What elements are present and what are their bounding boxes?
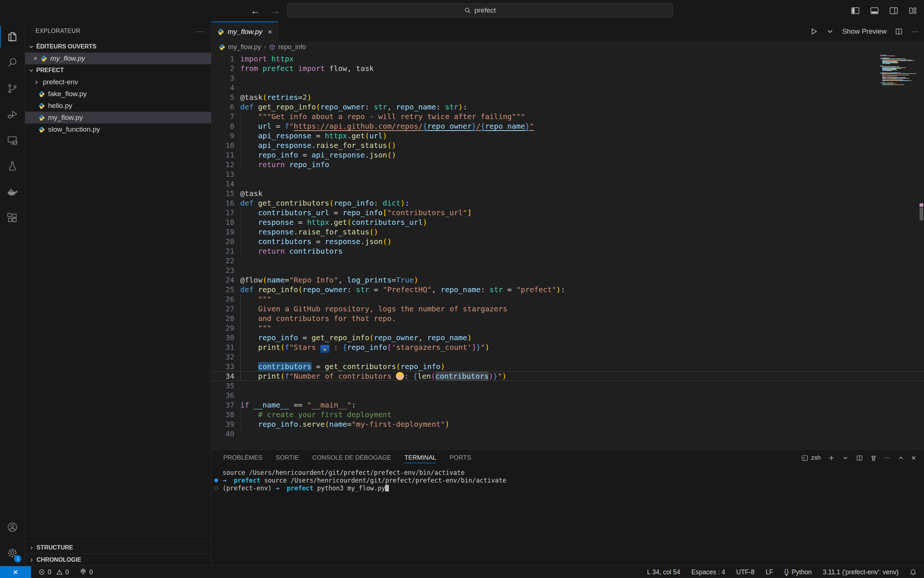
line-number[interactable]: 9 [211, 131, 234, 141]
toggle-panel-icon[interactable] [870, 6, 879, 15]
shell-selector[interactable]: zsh [801, 454, 820, 461]
status-eol[interactable]: LF [766, 568, 773, 576]
line-number[interactable]: 31 [211, 343, 234, 352]
line-number[interactable]: 40 [211, 429, 234, 438]
code-line-19[interactable]: 19 response.raise_for_status() [211, 227, 924, 237]
run-python-file-icon[interactable] [810, 28, 818, 36]
line-number[interactable]: 17 [211, 208, 234, 218]
close-icon[interactable]: × [268, 28, 272, 36]
toggle-secondary-sidebar-icon[interactable] [889, 6, 898, 15]
code-line-39[interactable]: 39 repo_info.serve(name="my-first-deploy… [211, 419, 924, 429]
line-number[interactable]: 4 [211, 83, 234, 93]
activitybar-remote-explorer[interactable] [0, 127, 25, 153]
activitybar-run-debug[interactable] [0, 101, 25, 127]
line-number[interactable]: 30 [211, 333, 234, 343]
line-number[interactable]: 12 [211, 160, 234, 169]
minimap[interactable] [880, 55, 918, 86]
code-line-26[interactable]: 26 """ [211, 294, 924, 304]
line-number[interactable]: 21 [211, 246, 234, 256]
line-number[interactable]: 20 [211, 237, 234, 246]
timeline-section[interactable]: CHRONOLOGIE [25, 554, 211, 566]
project-section[interactable]: PREFECT [25, 64, 211, 76]
panel-tab-ports[interactable]: PORTS [450, 450, 471, 466]
close-panel-icon[interactable]: × [911, 453, 916, 462]
line-number[interactable]: 7 [211, 112, 234, 121]
line-number[interactable]: 10 [211, 141, 234, 150]
code-line-4[interactable]: 4 [211, 83, 924, 93]
line-number[interactable]: 18 [211, 218, 234, 227]
line-number[interactable]: 1 [211, 54, 234, 63]
breadcrumb-file[interactable]: my_flow.py [228, 43, 261, 51]
code-line-25[interactable]: 25def repo_info(repo_owner: str = "Prefe… [211, 285, 924, 294]
problems-status[interactable]: 0 0 [39, 568, 69, 576]
panel-more-actions-icon[interactable]: ··· [884, 454, 890, 461]
code-line-40[interactable]: 40 [211, 429, 924, 438]
forward-arrow-icon[interactable]: → [270, 5, 280, 17]
line-number[interactable]: 24 [211, 275, 234, 285]
code-line-3[interactable]: 3 [211, 73, 924, 83]
line-number[interactable]: 26 [211, 294, 234, 304]
code-line-31[interactable]: 31 print(f"Stars ★ : {repo_info['stargaz… [211, 343, 924, 352]
line-number[interactable]: 27 [211, 304, 234, 313]
code-line-15[interactable]: 15@task [211, 188, 924, 198]
remote-indicator[interactable] [0, 566, 31, 578]
code-line-10[interactable]: 10 api_response.raise_for_status() [211, 141, 924, 150]
split-editor-icon[interactable] [895, 28, 903, 36]
file-my_flow.py[interactable]: my_flow.py [25, 112, 211, 123]
line-number[interactable]: 33 [211, 362, 234, 371]
file-fake_flow.py[interactable]: fake_flow.py [25, 88, 211, 100]
line-number[interactable]: 34 [211, 371, 234, 381]
code-line-8[interactable]: 8 url = f"https://api.github.com/repos/{… [211, 121, 924, 131]
kill-terminal-icon[interactable] [870, 455, 877, 461]
code-line-27[interactable]: 27 Given a GitHub repository, logs the n… [211, 304, 924, 313]
panel-tab-console-de-débogage[interactable]: CONSOLE DE DÉBOGAGE [312, 450, 392, 466]
launch-profile-chevron-icon[interactable] [842, 455, 849, 461]
more-actions-icon[interactable]: ··· [911, 28, 918, 36]
line-number[interactable]: 28 [211, 313, 234, 323]
code-line-13[interactable]: 13 [211, 169, 924, 179]
code-line-12[interactable]: 12 return repo_info [211, 160, 924, 169]
code-line-28[interactable]: 28 and contributors for that repo. [211, 313, 924, 323]
close-icon[interactable]: × [33, 54, 37, 62]
line-number[interactable]: 39 [211, 419, 234, 429]
run-dropdown-chevron-icon[interactable] [826, 28, 834, 36]
terminal-content[interactable]: source /Users/henricourdent/git/prefect/… [211, 466, 924, 492]
activitybar-explorer[interactable] [0, 24, 25, 50]
code-line-35[interactable]: 35 [211, 381, 924, 391]
panel-tab-terminal[interactable]: TERMINAL [405, 450, 436, 466]
open-editors-section[interactable]: ÉDITEURS OUVERTS [25, 41, 211, 52]
code-line-21[interactable]: 21 return contributors [211, 246, 924, 256]
code-line-38[interactable]: 38 # create your first deployment [211, 410, 924, 419]
status-interpreter[interactable]: 3.11.1 ('prefect-env': venv) [823, 568, 898, 576]
activitybar-accounts[interactable] [0, 514, 25, 540]
file-prefect-env[interactable]: prefect-env [25, 76, 211, 88]
line-number[interactable]: 25 [211, 285, 234, 294]
line-number[interactable]: 35 [211, 381, 234, 391]
maximize-panel-icon[interactable] [897, 455, 905, 461]
code-line-29[interactable]: 29 """ [211, 323, 924, 333]
activitybar-source-control[interactable] [0, 75, 25, 101]
sidebar-more-actions-icon[interactable]: ··· [196, 27, 204, 36]
code-line-32[interactable]: 32 [211, 352, 924, 362]
overview-ruler[interactable] [919, 52, 924, 449]
line-number[interactable]: 14 [211, 179, 234, 188]
panel-tab-sortie[interactable]: SORTIE [276, 450, 299, 466]
activitybar-extensions[interactable] [0, 205, 25, 231]
panel-tab-problèmes[interactable]: PROBLÈMES [223, 450, 262, 466]
line-number[interactable]: 13 [211, 169, 234, 179]
code-line-9[interactable]: 9 api_response = httpx.get(url) [211, 131, 924, 141]
line-number[interactable]: 8 [211, 121, 234, 131]
command-center-search[interactable]: prefect [287, 3, 673, 17]
code-area[interactable]: 1import httpx2from prefect import flow, … [211, 52, 924, 449]
line-number[interactable]: 11 [211, 150, 234, 160]
code-line-17[interactable]: 17 contributors_url = repo_info["contrib… [211, 208, 924, 218]
code-line-24[interactable]: 24@flow(name="Repo Info", log_prints=Tru… [211, 275, 924, 285]
new-terminal-icon[interactable] [828, 455, 835, 461]
status-encoding[interactable]: UTF-8 [736, 568, 755, 576]
line-number[interactable]: 15 [211, 188, 234, 198]
notifications-bell-icon[interactable] [909, 569, 917, 576]
code-line-30[interactable]: 30 repo_info = get_repo_info(repo_owner,… [211, 333, 924, 343]
line-number[interactable]: 23 [211, 266, 234, 275]
code-line-20[interactable]: 20 contributors = response.json() [211, 237, 924, 246]
line-number[interactable]: 32 [211, 352, 234, 362]
